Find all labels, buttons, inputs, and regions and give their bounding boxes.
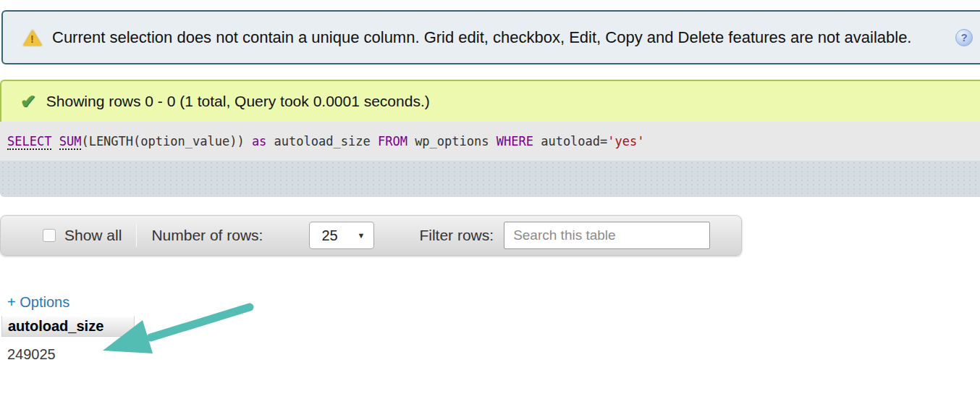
warning-notice: Current selection does not contain a uni… (1, 10, 980, 64)
rows-select-value: 25 (321, 227, 337, 244)
sql-token: wp_options (415, 134, 489, 148)
sql-token: ( (133, 134, 140, 148)
column-header-label: autoload_size (8, 318, 104, 335)
show-all-label: Show all (64, 227, 122, 244)
toolbar-divider (136, 224, 137, 247)
sql-query-display: SELECT SUM(LENGTH(option_value)) as auto… (0, 122, 980, 161)
sql-token: autoload_size (274, 134, 371, 148)
sql-token (533, 134, 541, 148)
success-message: ✔ Showing rows 0 - 0 (1 total, Query too… (0, 80, 980, 122)
success-message-text: Showing rows 0 - 0 (1 total, Query took … (46, 93, 430, 110)
sql-token (51, 134, 59, 148)
sql-keyword-doc-link[interactable]: SELECT (7, 134, 51, 150)
sql-token: WHERE (497, 134, 533, 148)
sql-token: FROM (378, 134, 407, 148)
sql-token: option_value (140, 134, 229, 148)
sql-token (371, 134, 378, 148)
phpmyadmin-results-page: Current selection does not contain a uni… (0, 0, 980, 402)
chevron-down-icon: ▼ (358, 231, 366, 240)
warning-notice-text: Current selection does not contain a uni… (52, 28, 911, 47)
sql-token: )) (229, 134, 244, 148)
sql-token: = (600, 134, 607, 148)
sql-token: LENGTH (89, 134, 133, 148)
sql-token: as (252, 134, 266, 148)
rows-per-page-select[interactable]: 25 ▼ (309, 222, 374, 249)
query-box-footer (0, 161, 980, 197)
sql-token (407, 134, 415, 148)
options-toggle-link[interactable]: + Options (7, 294, 69, 311)
checkmark-icon: ✔ (20, 91, 36, 113)
sql-keyword-doc-link[interactable]: SUM (59, 134, 82, 150)
number-of-rows-label: Number of rows: (151, 227, 263, 244)
column-header-autoload-size[interactable]: autoload_size (1, 316, 135, 337)
sql-token (266, 134, 274, 148)
sql-token: ( (81, 134, 88, 148)
sql-token: autoload (541, 134, 600, 148)
sql-token (245, 134, 252, 148)
sql-query-text: SELECT SUM(LENGTH(option_value)) as auto… (7, 134, 645, 148)
results-toolbar: Show all Number of rows: 25 ▼ Filter row… (0, 215, 742, 256)
warning-triangle-icon (23, 30, 42, 46)
sql-token (489, 134, 496, 148)
show-all-checkbox[interactable] (43, 229, 56, 242)
sql-token: 'yes' (607, 134, 644, 148)
filter-rows-label: Filter rows: (419, 227, 494, 244)
table-search-input[interactable] (504, 222, 710, 249)
help-icon[interactable]: ? (955, 29, 973, 46)
result-cell-value: 249025 (7, 346, 56, 363)
